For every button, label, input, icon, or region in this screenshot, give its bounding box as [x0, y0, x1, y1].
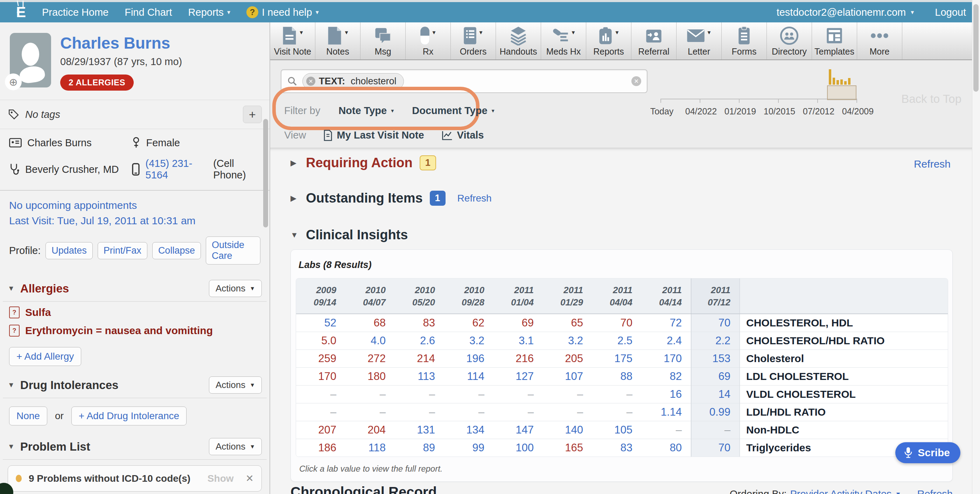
- refresh-link-bottom[interactable]: Refresh: [917, 488, 953, 494]
- timeline-label[interactable]: Today: [650, 106, 674, 116]
- updates-button[interactable]: Updates: [46, 242, 93, 259]
- collapse-button[interactable]: Collapse: [152, 242, 201, 259]
- timeline-label[interactable]: 04/2009: [842, 106, 873, 116]
- scribe-button[interactable]: Scribe: [895, 442, 960, 463]
- lab-value-cell[interactable]: 70: [592, 314, 641, 332]
- lab-value-cell[interactable]: 52: [296, 314, 345, 332]
- demographic-phone[interactable]: (415) 231-5164 (Cell Phone): [132, 158, 266, 181]
- print-fax-button[interactable]: Print/Fax: [98, 242, 147, 259]
- lab-value-cell[interactable]: 127: [493, 367, 543, 385]
- timeline-selection-box[interactable]: [827, 85, 856, 100]
- nav-reports-menu[interactable]: Reports▾: [188, 6, 231, 18]
- lab-value-cell[interactable]: 134: [444, 421, 493, 439]
- lab-value-cell[interactable]: 214: [395, 349, 444, 367]
- timeline-label[interactable]: 07/2012: [803, 106, 834, 116]
- search-filter-chip[interactable]: ✕ TEXT:cholesterol: [302, 73, 404, 90]
- collapse-triangle-icon[interactable]: ▼: [8, 284, 15, 292]
- more-toolbar-button[interactable]: More: [857, 22, 902, 59]
- lab-value-cell[interactable]: 131: [395, 421, 444, 439]
- lab-value-cell[interactable]: 72: [641, 314, 691, 332]
- lab-value-cell[interactable]: 69: [691, 367, 740, 385]
- collapse-triangle-icon[interactable]: ▼: [8, 443, 15, 451]
- lab-value-cell[interactable]: 83: [395, 314, 444, 332]
- lab-value-cell[interactable]: 69: [493, 314, 543, 332]
- meds-hx-toolbar-button[interactable]: ▼Meds Hx: [541, 22, 586, 59]
- vitals-link[interactable]: Vitals: [442, 129, 484, 141]
- outstanding-items-section[interactable]: ▶ Outstanding Items 1 Refresh: [291, 191, 953, 206]
- lab-value-cell[interactable]: 118: [345, 439, 395, 457]
- lab-value-cell[interactable]: 2.2: [691, 332, 740, 349]
- lab-value-cell[interactable]: 272: [345, 349, 395, 367]
- lab-value-cell[interactable]: 16: [641, 385, 691, 403]
- lab-value-cell[interactable]: 70: [691, 314, 740, 332]
- lab-value-cell[interactable]: 2.5: [592, 332, 641, 349]
- lab-value-cell[interactable]: 204: [345, 421, 395, 439]
- expand-triangle-icon[interactable]: ▶: [291, 159, 299, 168]
- nav-practice-home[interactable]: Practice Home: [42, 6, 108, 18]
- timeline-label[interactable]: 10/2015: [764, 106, 795, 116]
- lab-value-cell[interactable]: 100: [493, 439, 543, 457]
- main-scrollbar[interactable]: [972, 0, 980, 494]
- lab-value-cell[interactable]: 62: [444, 314, 493, 332]
- lab-value-cell[interactable]: 196: [444, 349, 493, 367]
- referral-toolbar-button[interactable]: Referral: [632, 22, 676, 59]
- lab-value-cell[interactable]: 14: [691, 385, 740, 403]
- lab-value-cell[interactable]: 89: [395, 439, 444, 457]
- lab-value-cell[interactable]: 68: [345, 314, 395, 332]
- handouts-toolbar-button[interactable]: Handouts: [496, 22, 541, 59]
- allergies-actions-button[interactable]: Actions▼: [209, 280, 262, 297]
- refresh-link-top[interactable]: Refresh: [914, 158, 951, 170]
- notes-toolbar-button[interactable]: ▼Notes: [315, 22, 361, 59]
- clinical-insights-section[interactable]: ▼ Clinical Insights: [291, 227, 953, 243]
- requiring-action-section[interactable]: ▶ Requiring Action 1: [291, 155, 953, 170]
- lab-value-cell[interactable]: 114: [444, 367, 493, 385]
- lab-value-cell[interactable]: 83: [592, 439, 641, 457]
- clear-search-icon[interactable]: ✕: [632, 76, 641, 86]
- main-scrollbar-thumb[interactable]: [974, 4, 978, 92]
- lab-value-cell[interactable]: 205: [543, 349, 592, 367]
- outside-care-button[interactable]: Outside Care: [206, 237, 260, 264]
- lab-value-cell[interactable]: 216: [493, 349, 543, 367]
- lab-value-cell[interactable]: 170: [296, 367, 345, 385]
- ordering-by-dropdown[interactable]: Provider Activity Dates: [790, 488, 892, 494]
- visit-note-toolbar-button[interactable]: ▼Visit Note: [270, 22, 315, 59]
- lab-value-cell[interactable]: 105: [592, 421, 641, 439]
- logout-button[interactable]: Logout: [935, 6, 966, 18]
- account-menu[interactable]: testdoctor2@elationemr.com▾: [776, 6, 914, 18]
- msg-toolbar-button[interactable]: Msg: [361, 22, 406, 59]
- expand-triangle-icon[interactable]: ▶: [291, 194, 299, 203]
- templates-toolbar-button[interactable]: Templates: [812, 22, 857, 59]
- lab-value-cell[interactable]: 180: [345, 367, 395, 385]
- timeline-label[interactable]: 04/2022: [685, 106, 717, 116]
- collapse-triangle-icon[interactable]: ▼: [8, 381, 15, 389]
- lab-value-cell[interactable]: 1.14: [641, 403, 691, 421]
- lab-value-cell[interactable]: 186: [296, 439, 345, 457]
- refresh-link-outstanding[interactable]: Refresh: [457, 193, 492, 204]
- letter-toolbar-button[interactable]: ▼Letter: [676, 22, 722, 59]
- lab-value-cell[interactable]: 4.0: [345, 332, 395, 349]
- lab-value-cell[interactable]: 3.2: [444, 332, 493, 349]
- lab-value-cell[interactable]: 107: [543, 367, 592, 385]
- add-allergy-button[interactable]: + Add Allergy: [9, 347, 81, 366]
- elation-logo[interactable]: \ | /E: [0, 5, 42, 20]
- lab-value-cell[interactable]: 113: [395, 367, 444, 385]
- drug-intolerances-actions-button[interactable]: Actions▼: [209, 376, 262, 394]
- reports-toolbar-button[interactable]: ▼Reports: [586, 22, 632, 59]
- allergies-badge[interactable]: 2 ALLERGIES: [60, 75, 134, 91]
- rx-toolbar-button[interactable]: ▼Rx: [406, 22, 451, 59]
- document-type-dropdown[interactable]: Document Type▾: [412, 105, 494, 116]
- last-visit-link[interactable]: Last Visit: Tue, Jul 19, 2011 at 10:31 a…: [9, 213, 260, 229]
- lab-value-cell[interactable]: 259: [296, 349, 345, 367]
- allergy-item[interactable]: ? Sulfa: [0, 302, 269, 320]
- back-to-top-button[interactable]: Back to Top: [901, 92, 961, 106]
- lab-value-cell[interactable]: 140: [543, 421, 592, 439]
- nav-help-menu[interactable]: ? I need help▾: [247, 6, 319, 18]
- lab-value-cell[interactable]: 70: [691, 439, 740, 457]
- lab-value-cell[interactable]: 88: [592, 367, 641, 385]
- none-button[interactable]: None: [9, 407, 47, 426]
- lab-value-cell[interactable]: 2.6: [395, 332, 444, 349]
- collapse-triangle-icon[interactable]: ▼: [291, 230, 299, 240]
- note-type-dropdown[interactable]: Note Type▾: [339, 105, 394, 116]
- close-icon[interactable]: ✕: [246, 473, 254, 484]
- nav-find-chart[interactable]: Find Chart: [125, 6, 172, 18]
